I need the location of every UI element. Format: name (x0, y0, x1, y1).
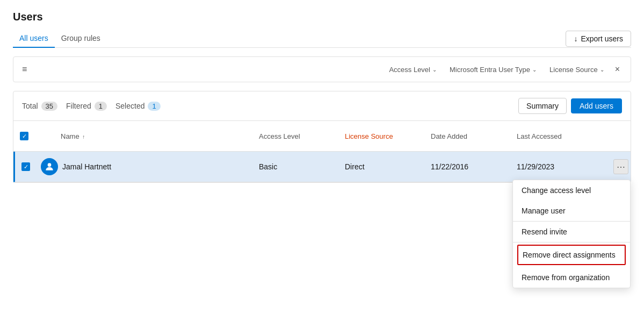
tab-all-users[interactable]: All users (13, 30, 55, 48)
filtered-badge: 1 (95, 102, 107, 111)
avatar (41, 158, 58, 175)
page-title: Users (13, 11, 631, 23)
license-col-label: License Source (345, 132, 393, 140)
license-source-label: License Source (549, 66, 598, 74)
header-avatar-cell (35, 134, 56, 138)
access-level-label: Access Level (389, 66, 430, 74)
tab-group-rules[interactable]: Group rules (55, 30, 107, 48)
add-users-button[interactable]: Add users (571, 98, 622, 113)
license-source-filter[interactable]: License Source ⌄ (545, 63, 609, 76)
export-users-button[interactable]: ↓ Export users (566, 31, 631, 47)
remove-from-org-item[interactable]: Remove from organization (513, 267, 630, 288)
entra-label: Microsoft Entra User Type (450, 66, 530, 74)
name-col-label: Name (61, 132, 79, 140)
export-label: Export users (581, 34, 623, 43)
total-label: Total (22, 102, 38, 110)
sort-asc-icon: ↑ (82, 134, 85, 140)
summary-button[interactable]: Summary (518, 98, 567, 114)
resend-invite-item[interactable]: Resend invite (513, 222, 630, 243)
filter-bar: ≡ Access Level ⌄ Microsoft Entra User Ty… (13, 56, 631, 82)
row-avatar-cell (37, 152, 58, 182)
manage-user-item[interactable]: Manage user (513, 201, 630, 222)
header-date-added[interactable]: Date Added (426, 130, 512, 142)
access-col-label: Access Level (259, 132, 300, 140)
svg-point-0 (48, 163, 52, 167)
total-stat: Total 35 (22, 102, 57, 111)
selected-stat: Selected 1 (115, 102, 161, 111)
check-icon: ✓ (22, 133, 27, 139)
select-all-checkbox[interactable]: ✓ (20, 132, 28, 140)
header-name[interactable]: Name ↑ (56, 130, 255, 142)
date-added-col-label: Date Added (431, 132, 467, 140)
more-options-button[interactable]: ⋯ (613, 159, 628, 174)
remove-direct-assignments-item[interactable]: Remove direct assignments (517, 245, 626, 265)
header-checkbox-cell: ✓ (13, 125, 35, 147)
row-license-source: Direct (341, 156, 426, 177)
table-header-row: Total 35 Filtered 1 Selected 1 Summary A… (13, 91, 631, 121)
table-actions: Summary Add users (518, 98, 622, 114)
selected-badge: 1 (148, 102, 160, 111)
user-name: Jamal Hartnett (62, 162, 111, 171)
header-actions (609, 134, 631, 138)
check-icon: ✓ (24, 164, 28, 170)
row-checkbox[interactable]: ✓ (21, 162, 30, 171)
tabs-left: All users Group rules (13, 30, 107, 47)
selected-label: Selected (115, 102, 144, 110)
close-filter-icon[interactable]: × (613, 62, 622, 76)
header-access-level[interactable]: Access Level (255, 130, 341, 142)
table-row: ✓ Jamal Hartnett Basic Direct 11/22/2016… (13, 152, 631, 182)
users-table-section: Total 35 Filtered 1 Selected 1 Summary A… (13, 91, 631, 183)
row-name-cell: Jamal Hartnett (58, 156, 255, 177)
filter-icon[interactable]: ≡ (22, 65, 27, 74)
total-badge: 35 (41, 102, 57, 111)
header-license-source[interactable]: License Source (341, 130, 426, 142)
table-stats: Total 35 Filtered 1 Selected 1 (22, 102, 161, 111)
row-date-added: 11/22/2016 (426, 156, 512, 177)
filter-right: Access Level ⌄ Microsoft Entra User Type… (385, 62, 622, 76)
context-menu: Change access level Manage user Resend i… (512, 180, 631, 288)
chevron-down-icon: ⌄ (432, 67, 437, 73)
filtered-label: Filtered (66, 102, 91, 110)
entra-user-type-filter[interactable]: Microsoft Entra User Type ⌄ (445, 63, 541, 76)
more-icon: ⋯ (617, 162, 625, 172)
row-more-cell: ⋯ Change access level Manage user Resend… (609, 153, 631, 181)
row-checkbox-cell: ✓ (15, 156, 37, 177)
chevron-down-icon: ⌄ (600, 67, 604, 73)
export-icon: ↓ (574, 34, 577, 43)
change-access-level-item[interactable]: Change access level (513, 180, 630, 201)
tabs-bar: All users Group rules ↓ Export users (13, 30, 631, 48)
header-last-accessed[interactable]: Last Accessed (512, 130, 609, 142)
access-level-filter[interactable]: Access Level ⌄ (385, 63, 441, 76)
row-last-accessed: 11/29/2023 (512, 156, 609, 177)
filtered-stat: Filtered 1 (66, 102, 107, 111)
chevron-down-icon: ⌄ (532, 67, 537, 73)
last-accessed-col-label: Last Accessed (517, 132, 562, 140)
filter-left: ≡ (22, 65, 27, 74)
row-access-level: Basic (255, 156, 341, 177)
column-headers: ✓ Name ↑ Access Level License Source Dat… (13, 121, 631, 152)
